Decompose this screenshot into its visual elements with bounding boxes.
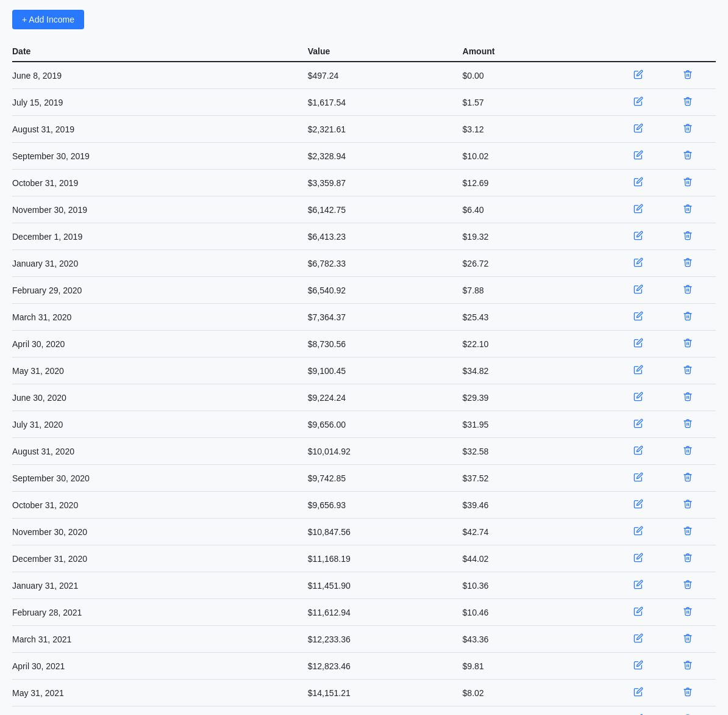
edit-icon[interactable] xyxy=(631,203,646,217)
edit-icon[interactable] xyxy=(631,713,646,715)
delete-icon[interactable] xyxy=(680,605,695,619)
delete-icon[interactable] xyxy=(680,203,695,217)
cell-edit-action xyxy=(617,170,666,196)
delete-icon[interactable] xyxy=(680,283,695,297)
cell-edit-action xyxy=(617,331,666,358)
delete-icon[interactable] xyxy=(680,310,695,324)
edit-icon[interactable] xyxy=(631,68,646,82)
cell-delete-action xyxy=(666,331,716,358)
delete-icon[interactable] xyxy=(680,498,695,512)
cell-amount: $29.39 xyxy=(463,384,618,411)
delete-icon[interactable] xyxy=(680,525,695,539)
cell-edit-action xyxy=(617,653,666,680)
cell-value: $497.24 xyxy=(308,62,463,89)
cell-delete-action xyxy=(666,572,716,599)
cell-edit-action xyxy=(617,304,666,331)
cell-amount: $3.12 xyxy=(463,116,618,143)
edit-icon[interactable] xyxy=(631,310,646,324)
delete-icon[interactable] xyxy=(680,95,695,109)
delete-icon[interactable] xyxy=(680,632,695,646)
delete-icon[interactable] xyxy=(680,364,695,378)
add-income-button[interactable]: + Add Income xyxy=(12,10,84,29)
delete-icon[interactable] xyxy=(680,417,695,431)
cell-edit-action xyxy=(617,626,666,653)
cell-date: July 31, 2020 xyxy=(12,411,308,438)
edit-icon[interactable] xyxy=(631,471,646,485)
edit-icon[interactable] xyxy=(631,498,646,512)
col-header-delete-action xyxy=(666,41,716,62)
table-row: February 29, 2020$6,540.92$7.88 xyxy=(12,277,716,304)
cell-value: $12,823.46 xyxy=(308,653,463,680)
cell-edit-action xyxy=(617,492,666,519)
delete-icon[interactable] xyxy=(680,122,695,136)
delete-icon[interactable] xyxy=(680,686,695,700)
cell-value: $11,612.94 xyxy=(308,599,463,626)
edit-icon[interactable] xyxy=(631,605,646,619)
edit-icon[interactable] xyxy=(631,229,646,243)
edit-icon[interactable] xyxy=(631,149,646,163)
cell-date: August 31, 2020 xyxy=(12,438,308,465)
cell-amount: $22.10 xyxy=(463,331,618,358)
delete-icon[interactable] xyxy=(680,578,695,592)
edit-icon[interactable] xyxy=(631,176,646,190)
edit-icon[interactable] xyxy=(631,417,646,431)
table-row: May 31, 2021$14,151.21$8.02 xyxy=(12,680,716,706)
delete-icon[interactable] xyxy=(680,68,695,82)
edit-icon[interactable] xyxy=(631,444,646,458)
edit-icon[interactable] xyxy=(631,364,646,378)
cell-date: October 31, 2019 xyxy=(12,170,308,196)
delete-icon[interactable] xyxy=(680,176,695,190)
edit-icon[interactable] xyxy=(631,552,646,566)
cell-amount: $8.02 xyxy=(463,680,618,706)
cell-amount: $32.58 xyxy=(463,438,618,465)
cell-delete-action xyxy=(666,250,716,277)
cell-delete-action xyxy=(666,465,716,492)
delete-icon[interactable] xyxy=(680,444,695,458)
cell-amount: $10.46 xyxy=(463,599,618,626)
table-row: June 8, 2019$497.24$0.00 xyxy=(12,62,716,89)
income-table: Date Value Amount June 8, 2019$497.24$0.… xyxy=(12,41,716,715)
cell-amount: $39.46 xyxy=(463,492,618,519)
cell-amount: $0.00 xyxy=(463,62,618,89)
cell-value: $8,730.56 xyxy=(308,331,463,358)
delete-icon[interactable] xyxy=(680,552,695,566)
cell-edit-action xyxy=(617,143,666,170)
cell-amount: $10.02 xyxy=(463,143,618,170)
cell-amount: $7.88 xyxy=(463,277,618,304)
edit-icon[interactable] xyxy=(631,122,646,136)
cell-delete-action xyxy=(666,706,716,716)
delete-icon[interactable] xyxy=(680,471,695,485)
edit-icon[interactable] xyxy=(631,686,646,700)
delete-icon[interactable] xyxy=(680,229,695,243)
cell-value: $9,742.85 xyxy=(308,465,463,492)
cell-value: $6,142.75 xyxy=(308,196,463,223)
cell-date: November 30, 2020 xyxy=(12,519,308,545)
cell-date: June 8, 2019 xyxy=(12,62,308,89)
cell-value: $9,224.24 xyxy=(308,384,463,411)
cell-edit-action xyxy=(617,438,666,465)
delete-icon[interactable] xyxy=(680,337,695,351)
cell-value: $11,451.90 xyxy=(308,572,463,599)
delete-icon[interactable] xyxy=(680,713,695,715)
delete-icon[interactable] xyxy=(680,390,695,404)
cell-date: March 31, 2020 xyxy=(12,304,308,331)
edit-icon[interactable] xyxy=(631,632,646,646)
table-row: September 30, 2019$2,328.94$10.02 xyxy=(12,143,716,170)
cell-value: $3,359.87 xyxy=(308,170,463,196)
cell-date: May 31, 2021 xyxy=(12,680,308,706)
edit-icon[interactable] xyxy=(631,95,646,109)
delete-icon[interactable] xyxy=(680,659,695,673)
cell-delete-action xyxy=(666,170,716,196)
edit-icon[interactable] xyxy=(631,525,646,539)
edit-icon[interactable] xyxy=(631,337,646,351)
cell-edit-action xyxy=(617,545,666,572)
edit-icon[interactable] xyxy=(631,659,646,673)
delete-icon[interactable] xyxy=(680,256,695,270)
cell-value: $10,014.92 xyxy=(308,438,463,465)
edit-icon[interactable] xyxy=(631,283,646,297)
delete-icon[interactable] xyxy=(680,149,695,163)
edit-icon[interactable] xyxy=(631,256,646,270)
cell-value: $9,656.00 xyxy=(308,411,463,438)
edit-icon[interactable] xyxy=(631,390,646,404)
edit-icon[interactable] xyxy=(631,578,646,592)
